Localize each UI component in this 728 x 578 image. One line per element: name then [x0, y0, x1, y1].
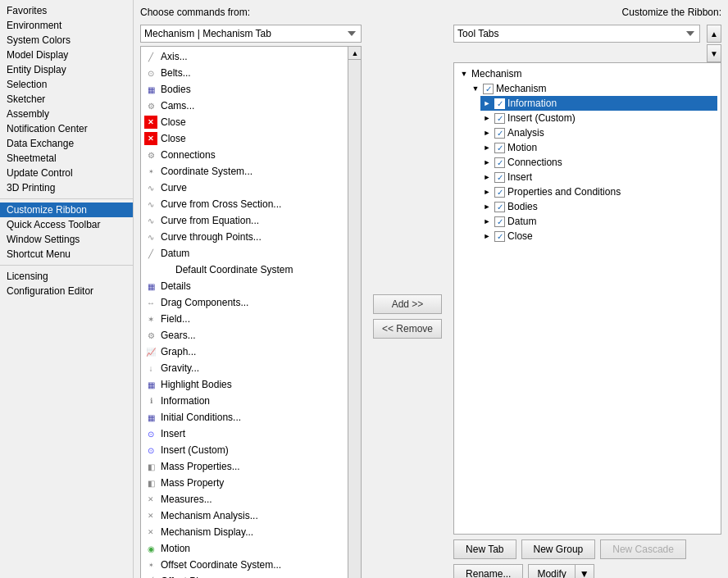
remove-button[interactable]: << Remove — [373, 319, 442, 339]
list-scroll-up[interactable]: ▲ — [348, 47, 362, 60]
tree-checkbox-connections[interactable] — [494, 157, 505, 168]
cmd-insert-custom[interactable]: ⊙ Insert (Custom) — [141, 442, 361, 458]
cmd-close1[interactable]: ✕ Close — [141, 114, 361, 130]
modify-button[interactable]: Modify ▼ — [528, 564, 594, 578]
cmd-datum[interactable]: ╱ Datum — [141, 245, 361, 262]
new-group-button[interactable]: New Group — [521, 539, 596, 559]
cmd-field[interactable]: ✶ Field... — [141, 311, 361, 327]
tree-bodies[interactable]: ► Bodies — [480, 199, 717, 214]
tree-arrow-properties: ► — [482, 187, 492, 197]
commands-from-dropdown[interactable]: Mechanism | Mechanism Tab — [140, 25, 362, 43]
cmd-cams[interactable]: ⚙ Cams... — [141, 98, 361, 114]
cmd-coordinate-system[interactable]: ✶ Coordinate System... — [141, 163, 361, 180]
cmd-bodies[interactable]: ▦ Bodies — [141, 81, 361, 98]
sidebar-item-configuration-editor[interactable]: Configuration Editor — [0, 284, 133, 298]
tree-insert-custom[interactable]: ► Insert (Custom) — [480, 111, 717, 125]
sidebar-item-sheetmetal[interactable]: Sheetmetal — [0, 151, 133, 166]
tree-properties-conditions[interactable]: ► Properties and Conditions — [480, 184, 717, 199]
cmd-initial-conditions[interactable]: ▦ Initial Conditions... — [141, 409, 361, 426]
cmd-highlight-bodies[interactable]: ▦ Highlight Bodies — [141, 376, 361, 393]
cmd-information[interactable]: ℹ Information — [141, 393, 361, 409]
ribbon-tab-dropdown[interactable]: Tool Tabs — [453, 25, 700, 43]
curve-cross-icon: ∿ — [144, 198, 157, 211]
cmd-mass-property[interactable]: ◧ Mass Property — [141, 475, 361, 491]
tree-label-mechanism-l1: Mechanism — [496, 83, 546, 94]
tree-checkbox-datum[interactable] — [494, 216, 505, 227]
cmd-curve[interactable]: ∿ Curve — [141, 180, 361, 196]
sidebar-item-data-exchange[interactable]: Data Exchange — [0, 136, 133, 151]
cmd-curve-cross[interactable]: ∿ Curve from Cross Section... — [141, 196, 361, 212]
cmd-mass-properties[interactable]: ◧ Mass Properties... — [141, 458, 361, 475]
cmd-offset-planes[interactable]: ╱ Offset Planes... — [141, 573, 361, 578]
gravity-icon: ↓ — [144, 362, 157, 375]
cmd-curve-eq[interactable]: ∿ Curve from Equation... — [141, 212, 361, 229]
sidebar-item-assembly[interactable]: Assembly — [0, 107, 133, 121]
tree-checkbox-information[interactable] — [494, 98, 505, 109]
cams-icon: ⚙ — [144, 99, 157, 112]
rename-button[interactable]: Rename... — [453, 564, 523, 578]
cmd-offset-coord[interactable]: ✶ Offset Coordinate System... — [141, 557, 361, 573]
add-button[interactable]: Add >> — [373, 294, 442, 314]
sidebar-item-selection[interactable]: Selection — [0, 77, 133, 92]
sidebar-item-notification-center[interactable]: Notification Center — [0, 121, 133, 136]
tree-analysis[interactable]: ► Analysis — [480, 125, 717, 140]
sidebar-item-favorites[interactable]: Favorites — [0, 3, 133, 18]
cmd-graph[interactable]: 📈 Graph... — [141, 344, 361, 360]
cmd-belts[interactable]: ⊙ Belts... — [141, 65, 361, 81]
sidebar-item-sketcher[interactable]: Sketcher — [0, 92, 133, 107]
tree-arrow-insert-custom: ► — [482, 113, 492, 123]
tree-checkbox-properties[interactable] — [494, 187, 505, 198]
sidebar-item-licensing[interactable]: Licensing — [0, 269, 133, 284]
tree-checkbox-motion[interactable] — [494, 143, 505, 153]
sidebar-item-system-colors[interactable]: System Colors — [0, 33, 133, 48]
cmd-axis[interactable]: ╱ Axis... — [141, 48, 361, 65]
move-down-button[interactable]: ▼ — [707, 44, 721, 62]
tree-checkbox-close[interactable] — [494, 231, 505, 242]
tree-checkbox-mechanism-l1[interactable] — [483, 84, 494, 94]
sidebar-item-quick-access-toolbar[interactable]: Quick Access Toolbar — [0, 217, 133, 232]
tree-close[interactable]: ► Close — [480, 229, 717, 243]
cmd-insert[interactable]: ⊙ Insert — [141, 426, 361, 442]
sidebar-item-environment[interactable]: Environment — [0, 18, 133, 33]
close1-icon: ✕ — [144, 116, 157, 129]
command-list-container[interactable]: ╱ Axis... ⊙ Belts... ▦ Bodies ⚙ — [140, 46, 362, 578]
tree-checkbox-analysis[interactable] — [494, 128, 505, 139]
cmd-default-coord[interactable]: Default Coordinate System — [141, 262, 361, 278]
sidebar-item-entity-display[interactable]: Entity Display — [0, 62, 133, 77]
cmd-measures[interactable]: ✕ Measures... — [141, 491, 361, 507]
left-panel-label: Choose commands from: — [140, 7, 250, 18]
cmd-curve-pts[interactable]: ∿ Curve through Points... — [141, 229, 361, 245]
ribbon-tree[interactable]: ▼ Mechanism ▼ Mechanism ► Information — [453, 62, 721, 535]
sidebar-item-shortcut-menu[interactable]: Shortcut Menu — [0, 247, 133, 262]
tree-checkbox-bodies[interactable] — [494, 202, 505, 212]
cmd-connections[interactable]: ⚙ Connections — [141, 147, 361, 163]
tree-datum[interactable]: ► Datum — [480, 214, 717, 229]
sidebar-item-3d-printing[interactable]: 3D Printing — [0, 180, 133, 195]
sidebar-item-update-control[interactable]: Update Control — [0, 166, 133, 180]
highlight-bodies-icon: ▦ — [144, 378, 157, 391]
cmd-drag[interactable]: ↔ Drag Components... — [141, 294, 361, 311]
tree-checkbox-insert-custom[interactable] — [494, 113, 505, 124]
cmd-motion[interactable]: ◉ Motion — [141, 540, 361, 557]
cmd-details[interactable]: ▦ Details — [141, 278, 361, 294]
move-up-button[interactable]: ▲ — [707, 25, 721, 43]
tree-motion[interactable]: ► Motion — [480, 140, 717, 155]
tree-connections[interactable]: ► Connections — [480, 155, 717, 170]
tree-mechanism-l1[interactable]: ▼ Mechanism — [469, 81, 717, 96]
tree-checkbox-insert[interactable] — [494, 172, 505, 183]
cmd-mechanism-analysis[interactable]: ✕ Mechanism Analysis... — [141, 507, 361, 524]
sidebar: Favorites Environment System Colors Mode… — [0, 0, 134, 578]
cmd-mechanism-display[interactable]: ✕ Mechanism Display... — [141, 524, 361, 540]
new-tab-button[interactable]: New Tab — [453, 539, 516, 559]
modify-dropdown-arrow[interactable]: ▼ — [576, 565, 594, 578]
new-cascade-button[interactable]: New Cascade — [600, 539, 686, 559]
tree-information[interactable]: ► Information — [480, 96, 717, 111]
tree-mechanism-root[interactable]: ▼ Mechanism — [457, 66, 717, 81]
sidebar-item-window-settings[interactable]: Window Settings — [0, 232, 133, 247]
sidebar-item-model-display[interactable]: Model Display — [0, 48, 133, 62]
sidebar-item-customize-ribbon[interactable]: Customize Ribbon — [0, 203, 133, 217]
cmd-gravity[interactable]: ↓ Gravity... — [141, 360, 361, 376]
cmd-close2[interactable]: ✕ Close — [141, 130, 361, 147]
tree-insert[interactable]: ► Insert — [480, 170, 717, 184]
cmd-gears[interactable]: ⚙ Gears... — [141, 327, 361, 344]
